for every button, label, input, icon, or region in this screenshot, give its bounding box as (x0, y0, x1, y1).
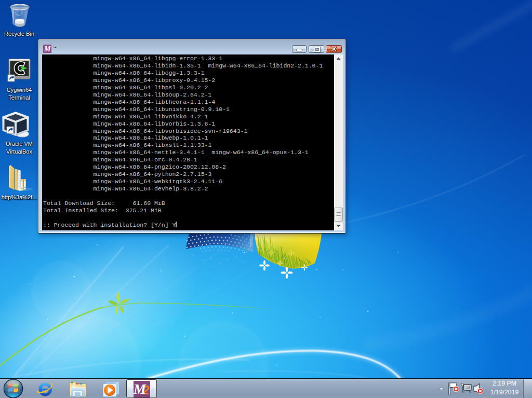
svg-text:M: M (134, 381, 147, 397)
svg-text:M: M (44, 45, 51, 53)
